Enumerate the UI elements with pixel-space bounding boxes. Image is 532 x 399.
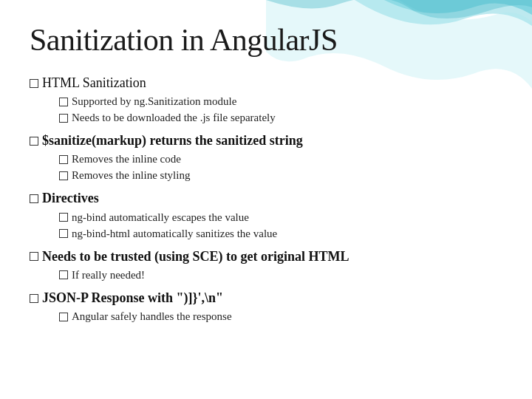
- item-text: ng-bind-html automatically sanitizes the…: [72, 228, 277, 239]
- bullet-icon: [30, 137, 38, 146]
- list-item-directives: Directives: [30, 189, 502, 208]
- item-text: If really needed!: [72, 269, 145, 281]
- bullet-icon: [30, 194, 38, 203]
- bullet-icon: [59, 171, 68, 180]
- bullet-icon: [59, 313, 68, 321]
- bullet-icon: [59, 213, 68, 222]
- bullet-icon: [30, 79, 38, 88]
- page-title: Sanitization in AngularJS: [30, 22, 502, 58]
- bullet-icon: [59, 270, 68, 279]
- item-text: $sanitize(markup) returns the sanitized …: [42, 133, 303, 148]
- main-content: Sanitization in AngularJS HTML Sanitizat…: [0, 0, 532, 340]
- item-text: Needs to be trusted (using SCE) to get o…: [42, 249, 349, 264]
- list-item: If really needed!: [30, 267, 502, 283]
- item-text: Supported by ng.Sanitization module: [72, 95, 236, 107]
- list-item: Needs to be trusted (using SCE) to get o…: [30, 248, 502, 266]
- bullet-icon: [59, 229, 68, 238]
- list-item: ng-bind-html automatically sanitizes the…: [30, 226, 502, 242]
- item-text: Removes the inline code: [72, 153, 181, 165]
- item-text: JSON-P Response with ")]}',\n": [42, 290, 223, 305]
- bullet-icon: [30, 294, 38, 303]
- list-item: HTML Sanitization: [30, 74, 502, 92]
- bullet-icon: [59, 98, 68, 106]
- list-item: JSON-P Response with ")]}',\n": [30, 289, 502, 307]
- item-text: Removes the inline styling: [72, 169, 190, 181]
- list-item: $sanitize(markup) returns the sanitized …: [30, 132, 502, 150]
- content-list: HTML Sanitization Supported by ng.Saniti…: [30, 74, 502, 324]
- list-item: Angular safely handles the response: [30, 309, 502, 324]
- item-text: Needs to be downloaded the .js file sepa…: [72, 112, 276, 123]
- list-item: Supported by ng.Sanitization module: [30, 94, 502, 109]
- item-text: ng-bind automatically escapes the value: [72, 211, 249, 223]
- bullet-icon: [59, 155, 68, 164]
- item-text: Directives: [42, 191, 99, 205]
- item-text: HTML Sanitization: [42, 75, 146, 90]
- bullet-icon: [59, 114, 68, 123]
- bullet-icon: [30, 252, 38, 261]
- list-item: Removes the inline code: [30, 151, 502, 167]
- list-item: Needs to be downloaded the .js file sepa…: [30, 110, 502, 126]
- item-text: Angular safely handles the response: [72, 310, 232, 322]
- list-item: ng-bind automatically escapes the value: [30, 210, 502, 225]
- list-item: Removes the inline styling: [30, 168, 502, 183]
